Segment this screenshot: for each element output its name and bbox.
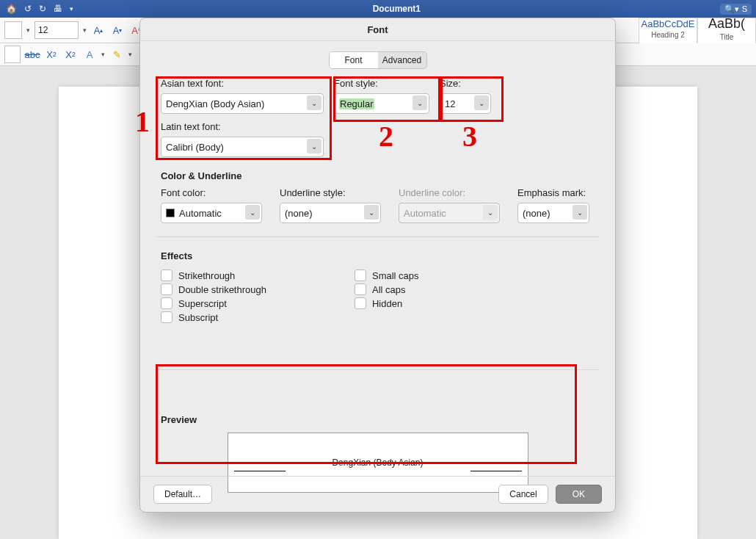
font-style-label: Font style: (334, 78, 429, 89)
chevron-down-icon: ⌄ (474, 95, 489, 110)
ok-button[interactable]: OK (556, 485, 602, 504)
qat-more-icon[interactable]: ▾ (70, 5, 73, 12)
font-color-label: Font color: (161, 187, 262, 198)
chevron-down-icon: ⌄ (483, 205, 498, 220)
chevron-down-icon: ⌄ (412, 95, 427, 110)
style-title[interactable]: AaBb( Title (697, 18, 756, 44)
color-underline-heading: Color & Underline (161, 170, 595, 181)
dialog-title: Font (140, 18, 615, 41)
font-dialog: Font Font Advanced Asian text font: Deng… (139, 18, 616, 513)
emphasis-mark-combo[interactable]: (none) ⌄ (517, 203, 589, 223)
search-box[interactable]: 🔍▾ S (720, 4, 752, 15)
text-effects-icon[interactable]: A (82, 47, 97, 62)
print-icon[interactable]: 🖶 (54, 4, 62, 14)
latin-font-combo[interactable]: Calibri (Body) ⌄ (161, 137, 324, 157)
strikethrough-icon[interactable]: abc (25, 47, 40, 62)
chk-superscript[interactable]: Superscript (161, 297, 266, 309)
chk-subscript[interactable]: Subscript (161, 311, 266, 323)
chevron-down-icon: ⌄ (307, 139, 321, 153)
redo-icon[interactable]: ↻ (39, 4, 46, 14)
default-button[interactable]: Default… (153, 485, 212, 504)
bold-icon[interactable] (4, 46, 21, 63)
size-label: Size: (440, 78, 491, 89)
preview-text: DengXian (Body Asian) (332, 457, 423, 468)
document-title: Document1 (73, 4, 720, 14)
chk-hidden[interactable]: Hidden (355, 297, 419, 309)
subscript-icon[interactable]: X2 (44, 47, 59, 62)
asian-font-combo[interactable]: DengXian (Body Asian) ⌄ (161, 93, 324, 114)
size-combo[interactable]: 12 ⌄ (440, 93, 491, 114)
chevron-down-icon: ⌄ (573, 205, 587, 220)
underline-color-label: Underline color: (399, 187, 500, 198)
chk-double-strikethrough[interactable]: Double strikethrough (161, 283, 266, 295)
app-window: 🏠 ↺ ↻ 🖶 ▾ Document1 🔍▾ S ▾ 12▾ A▴ A▾ Aᵃ … (0, 0, 756, 539)
preview-heading: Preview (161, 414, 595, 425)
decrease-font-icon[interactable]: A▾ (110, 23, 125, 37)
cancel-button[interactable]: Cancel (498, 485, 548, 504)
font-color-combo[interactable]: Automatic ⌄ (161, 203, 262, 223)
highlight-icon[interactable]: ✎ (109, 47, 124, 62)
underline-style-label: Underline style: (280, 187, 381, 198)
style-heading2[interactable]: AaBbCcDdE Heading 2 (639, 18, 697, 44)
tab-advanced[interactable]: Advanced (378, 52, 426, 68)
dialog-footer: Default… Cancel OK (140, 476, 615, 512)
chevron-down-icon: ⌄ (245, 205, 260, 220)
style-gallery: AaBbCcDdE Heading 2 AaBb( Title (639, 18, 756, 43)
asian-font-label: Asian text font: (161, 78, 324, 89)
chk-small-caps[interactable]: Small caps (355, 270, 419, 281)
font-family-dropdown[interactable] (4, 21, 22, 39)
chk-all-caps[interactable]: All caps (355, 283, 419, 295)
latin-font-label: Latin text font: (161, 121, 324, 132)
underline-color-combo: Automatic ⌄ (399, 203, 500, 223)
superscript-icon[interactable]: X2 (63, 47, 78, 62)
home-icon[interactable]: 🏠 (6, 4, 17, 14)
tab-control: Font Advanced (329, 51, 427, 69)
tab-font[interactable]: Font (330, 52, 378, 68)
undo-icon[interactable]: ↺ (24, 4, 32, 14)
font-size-dropdown[interactable]: 12 (34, 21, 79, 39)
increase-font-icon[interactable]: A▴ (91, 23, 106, 37)
font-style-combo[interactable]: Regular ⌄ (334, 93, 429, 114)
chk-strikethrough[interactable]: Strikethrough (161, 270, 266, 281)
effects-heading: Effects (161, 250, 595, 261)
search-hint: S (742, 4, 747, 13)
chevron-down-icon: ⌄ (307, 95, 321, 110)
underline-style-combo[interactable]: (none) ⌄ (280, 203, 381, 223)
search-icon: 🔍▾ (724, 4, 739, 14)
title-bar: 🏠 ↺ ↻ 🖶 ▾ Document1 🔍▾ S (0, 0, 756, 18)
chevron-down-icon: ⌄ (364, 205, 379, 220)
emphasis-mark-label: Emphasis mark: (517, 187, 591, 198)
